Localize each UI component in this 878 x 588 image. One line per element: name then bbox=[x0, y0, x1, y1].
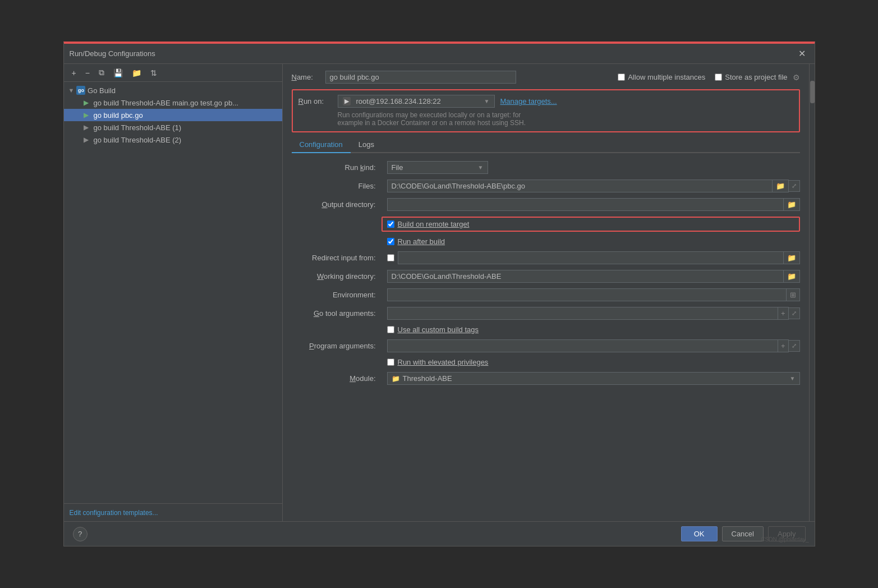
dialog-titlebar: Run/Debug Configurations ✕ bbox=[64, 43, 815, 64]
module-label: Module: bbox=[292, 374, 381, 383]
output-dir-row: Output directory: 📁 bbox=[292, 198, 800, 211]
redirect-input-group: 📁 bbox=[387, 251, 800, 264]
dialog-footer: ? OK Cancel Apply bbox=[64, 521, 815, 546]
build-on-remote-checkbox[interactable] bbox=[387, 220, 394, 228]
run-after-build-checkbox[interactable] bbox=[387, 238, 394, 245]
list-item[interactable]: ▶ go build Threshold-ABE (1) bbox=[64, 121, 282, 134]
redirect-input-input[interactable] bbox=[398, 251, 784, 264]
run-icon: ▶ bbox=[82, 111, 91, 120]
go-tool-args-label: Go tool arguments: bbox=[292, 309, 381, 318]
output-dir-input-group: 📁 bbox=[387, 198, 800, 211]
environment-edit-button[interactable]: ⊞ bbox=[787, 288, 800, 301]
run-kind-row: Run kind: File ▼ bbox=[292, 161, 800, 174]
files-input[interactable] bbox=[387, 180, 773, 192]
program-args-input[interactable] bbox=[387, 339, 778, 352]
tree-group-gobuild-header[interactable]: ▼ go Go Build bbox=[64, 84, 282, 97]
sort-config-button[interactable]: ⇅ bbox=[147, 67, 160, 79]
cancel-button[interactable]: Cancel bbox=[722, 526, 764, 541]
module-dropdown[interactable]: 📁 Threshold-ABE ▼ bbox=[387, 372, 800, 385]
copy-config-button[interactable]: ⧉ bbox=[95, 66, 108, 79]
go-tool-args-input[interactable] bbox=[387, 307, 778, 320]
allow-multiple-checkbox[interactable] bbox=[618, 74, 625, 81]
working-dir-label: Working directory: bbox=[292, 272, 381, 281]
output-dir-folder-button[interactable]: 📁 bbox=[784, 198, 800, 211]
environment-row: Environment: ⊞ bbox=[292, 288, 800, 301]
run-icon: ▶ bbox=[82, 98, 91, 107]
watermark: CSDN @polarday_ bbox=[761, 536, 808, 543]
save-config-button[interactable]: 💾 bbox=[110, 67, 126, 79]
list-item[interactable]: ▶ go build Threshold-ABE main.go test.go… bbox=[64, 97, 282, 109]
program-args-add-button[interactable]: + bbox=[778, 339, 789, 352]
redirect-input-checkbox[interactable] bbox=[387, 254, 394, 261]
run-elevated-checkbox[interactable] bbox=[387, 359, 394, 366]
module-dropdown-arrow-icon: ▼ bbox=[790, 375, 796, 382]
run-gray-icon: ▶ bbox=[82, 123, 91, 132]
help-button[interactable]: ? bbox=[73, 527, 88, 541]
list-item[interactable]: ▶ go build pbc.go bbox=[64, 109, 282, 121]
close-button[interactable]: ✕ bbox=[795, 47, 809, 60]
run-kind-dropdown[interactable]: File ▼ bbox=[387, 161, 488, 174]
manage-targets-link[interactable]: Manage targets... bbox=[500, 97, 557, 105]
dialog-title: Run/Debug Configurations bbox=[70, 49, 155, 58]
list-item[interactable]: ▶ go build Threshold-ABE (2) bbox=[64, 134, 282, 146]
build-on-remote-label[interactable]: Build on remote target bbox=[387, 220, 470, 228]
tree-item-label: go build Threshold-ABE (2) bbox=[94, 136, 182, 144]
files-expand-button[interactable]: ⤢ bbox=[789, 180, 800, 192]
dropdown-arrow-icon: ▼ bbox=[478, 164, 484, 171]
custom-build-tags-row: Use all custom build tags bbox=[387, 325, 800, 334]
tree-item-label: go build Threshold-ABE main.go test.go p… bbox=[94, 99, 238, 107]
run-kind-label: Run kind: bbox=[292, 163, 381, 172]
run-elevated-label[interactable]: Run with elevated privileges bbox=[387, 358, 489, 366]
tree-item-label: go build pbc.go bbox=[94, 111, 143, 120]
left-toolbar: + − ⧉ 💾 📁 ⇅ bbox=[64, 64, 282, 82]
custom-build-tags-checkbox[interactable] bbox=[387, 326, 394, 333]
environment-input-group: ⊞ bbox=[387, 288, 800, 301]
add-config-button[interactable]: + bbox=[68, 67, 80, 79]
environment-input[interactable] bbox=[387, 288, 787, 301]
files-folder-button[interactable]: 📁 bbox=[773, 180, 789, 192]
redirect-input-folder-button[interactable]: 📁 bbox=[784, 251, 800, 264]
build-on-remote-row: Build on remote target bbox=[381, 217, 800, 232]
scrollbar-thumb[interactable] bbox=[810, 81, 815, 103]
tree-group-gobuild: ▼ go Go Build ▶ go build Threshold-ABE m… bbox=[64, 84, 282, 146]
go-tool-args-input-group: + ⤢ bbox=[387, 307, 800, 320]
go-tool-args-add-button[interactable]: + bbox=[778, 307, 789, 320]
program-args-row: Program arguments: + ⤢ bbox=[292, 339, 800, 352]
working-dir-row: Working directory: 📁 bbox=[292, 270, 800, 283]
store-as-project-label[interactable]: Store as project file bbox=[715, 73, 787, 81]
folder-config-button[interactable]: 📁 bbox=[128, 67, 145, 79]
files-row: Files: 📁 ⤢ bbox=[292, 180, 800, 192]
go-tool-args-row: Go tool arguments: + ⤢ bbox=[292, 307, 800, 320]
files-input-group: 📁 ⤢ bbox=[387, 180, 800, 192]
custom-build-tags-label[interactable]: Use all custom build tags bbox=[387, 325, 479, 334]
tree-arrow-icon: ▼ bbox=[68, 87, 75, 94]
remove-config-button[interactable]: − bbox=[82, 67, 93, 79]
tab-logs[interactable]: Logs bbox=[351, 137, 382, 153]
left-footer: Edit configuration templates... bbox=[64, 503, 282, 521]
working-dir-input[interactable] bbox=[387, 270, 784, 283]
tab-configuration[interactable]: Configuration bbox=[292, 137, 351, 153]
footer-left: ? bbox=[73, 527, 88, 541]
tree-group-label: Go Build bbox=[88, 86, 116, 95]
program-args-label: Program arguments: bbox=[292, 342, 381, 350]
dropdown-arrow-icon: ▼ bbox=[484, 98, 490, 104]
module-row: Module: 📁 Threshold-ABE ▼ bbox=[292, 372, 800, 385]
left-panel: + − ⧉ 💾 📁 ⇅ ▼ go Go Build ▶ bbox=[64, 64, 283, 521]
run-on-section: Run on: ▶ root@192.168.234.128:22 ▼ Mana… bbox=[292, 89, 800, 132]
store-as-project-checkbox[interactable] bbox=[715, 74, 722, 81]
name-input[interactable] bbox=[325, 71, 516, 84]
files-label: Files: bbox=[292, 182, 381, 190]
program-args-expand-button[interactable]: ⤢ bbox=[789, 340, 800, 352]
run-on-dropdown[interactable]: ▶ root@192.168.234.128:22 ▼ bbox=[338, 95, 495, 108]
allow-multiple-label[interactable]: Allow multiple instances bbox=[618, 73, 705, 81]
run-after-build-label[interactable]: Run after build bbox=[387, 237, 445, 246]
edit-templates-link[interactable]: Edit configuration templates... bbox=[70, 509, 158, 517]
ok-button[interactable]: OK bbox=[681, 526, 718, 541]
dialog-body: + − ⧉ 💾 📁 ⇅ ▼ go Go Build ▶ bbox=[64, 64, 815, 521]
scrollbar-track[interactable] bbox=[809, 64, 815, 521]
gear-icon[interactable]: ⚙ bbox=[793, 73, 800, 82]
output-dir-input[interactable] bbox=[387, 198, 784, 211]
working-dir-folder-button[interactable]: 📁 bbox=[784, 270, 800, 283]
go-tool-args-expand-button[interactable]: ⤢ bbox=[789, 307, 800, 319]
redirect-input-label: Redirect input from: bbox=[292, 254, 381, 262]
